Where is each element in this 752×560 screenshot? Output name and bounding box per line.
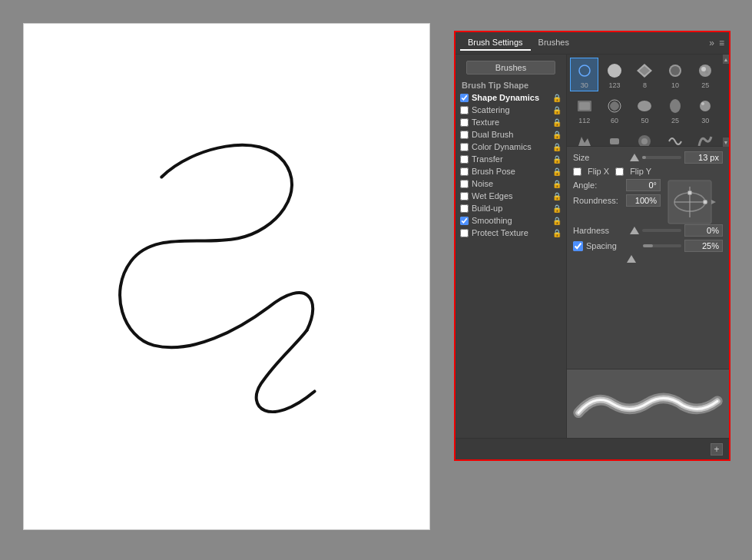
spacing-checkbox[interactable] [573,241,583,251]
svg-point-24 [703,200,707,204]
brush-tip-shape-11 [604,131,625,147]
roundness-value[interactable]: 100% [626,194,661,207]
size-slider-track[interactable] [642,156,681,159]
hardness-slider-track[interactable] [642,229,681,232]
brush-tip-item-12[interactable]: 100 [631,128,659,147]
wet-edges-checkbox[interactable] [460,192,469,200]
protect-texture-checkbox[interactable] [460,229,469,237]
sidebar-item-smoothing[interactable]: Smoothing 🔒 [456,214,566,227]
sidebar-item-wet-edges[interactable]: Wet Edges 🔒 [456,190,566,202]
brush-tip-shape-13 [664,131,686,147]
brush-tip-item-3[interactable]: 10 [661,58,689,91]
svg-point-13 [670,99,681,113]
brush-tip-label-5: 112 [578,117,590,124]
flip-y-label: Flip Y [630,167,651,176]
flip-y-checkbox[interactable] [615,167,624,176]
flip-x-checkbox[interactable] [573,167,581,176]
panel-collapse-icon[interactable]: » [709,38,714,48]
smoothing-checkbox[interactable] [460,217,469,225]
texture-checkbox[interactable] [460,118,469,127]
sidebar-label-scattering: Scattering [472,105,510,114]
brush-tip-item-2[interactable]: 8 [631,58,659,91]
noise-checkbox[interactable] [460,180,469,188]
angle-row: Angle: 0° [573,179,661,191]
sidebar-label-dual-brush: Dual Brush [472,130,513,139]
lock-icon-color-dynamics: 🔒 [552,143,562,151]
hardness-slider-handle[interactable] [630,227,639,234]
tab-brush-settings[interactable]: Brush Settings [460,35,531,51]
spacing-handle-row [573,255,723,263]
scroll-up-btn[interactable]: ▲ [723,55,729,64]
sidebar-item-protect-texture[interactable]: Protect Texture 🔒 [456,227,566,239]
brush-tip-item-9[interactable]: 30 [691,93,720,127]
size-row: Size 13 px [573,151,723,164]
sidebar-item-texture[interactable]: Texture 🔒 [456,116,566,128]
svg-point-15 [701,102,704,105]
sidebar-label-protect-texture: Protect Texture [472,228,528,237]
brush-grid-scrollbar[interactable]: ▲ ▼ [723,55,729,147]
brush-tip-label-4: 25 [701,81,709,89]
shape-dynamics-checkbox[interactable] [460,94,469,102]
spacing-slider-track[interactable] [643,244,681,247]
roundness-row: Roundness: 100% [573,194,661,207]
angle-label: Angle: [573,181,623,190]
transfer-checkbox[interactable] [460,155,469,164]
brush-tip-item-6[interactable]: 60 [600,93,628,127]
brush-tip-label-6: 60 [611,117,618,124]
spacing-value[interactable]: 25% [684,240,723,252]
brush-tip-item-13[interactable]: 127 [661,128,689,147]
brush-tip-shape-1 [604,60,625,81]
build-up-checkbox[interactable] [460,204,469,213]
brush-tip-item-10[interactable]: .50 [570,128,598,147]
sidebar-label-shape-dynamics: Shape Dynamics [472,93,539,102]
color-dynamics-checkbox[interactable] [460,143,469,151]
panel-menu-icon[interactable]: ≡ [719,38,724,48]
brush-tip-shape-7 [634,95,655,117]
brush-tip-item-1[interactable]: 123 [600,58,628,91]
brush-tip-item-5[interactable]: 112 [570,93,598,127]
dual-brush-checkbox[interactable] [460,131,469,139]
brush-tip-item-4[interactable]: 25 [691,58,720,91]
brush-tip-shape-12 [634,131,655,147]
lock-icon-dual-brush: 🔒 [552,131,562,139]
spacing-slider-handle[interactable] [627,255,636,263]
brushes-button[interactable]: Brushes [466,61,555,75]
svg-point-12 [638,101,651,111]
tab-brushes[interactable]: Brushes [531,35,577,51]
size-value[interactable]: 13 px [684,151,723,164]
hardness-value[interactable]: 0% [684,224,723,237]
roundness-label: Roundness: [573,196,623,205]
brush-tip-shape-4 [694,60,716,81]
brush-tip-item-7[interactable]: 50 [631,93,659,127]
sidebar-item-build-up[interactable]: Build-up 🔒 [456,202,566,214]
panel-left-sidebar: Brushes Brush Tip Shape Shape Dynamics 🔒… [456,55,567,438]
brush-tip-item-0[interactable]: 30 [570,58,598,91]
sidebar-item-noise[interactable]: Noise 🔒 [456,177,566,190]
angle-value[interactable]: 0° [626,179,661,191]
lock-icon-smoothing: 🔒 [552,217,562,225]
spacing-row: Spacing 25% [573,240,723,252]
scroll-down-btn[interactable]: ▼ [723,138,729,147]
lock-icon-scattering: 🔒 [552,106,562,114]
panel-header: Brush Settings Brushes » ≡ [456,32,729,55]
angle-wheel[interactable] [667,179,713,221]
sidebar-item-shape-dynamics[interactable]: Shape Dynamics 🔒 [456,91,566,104]
brush-tip-item-8[interactable]: 25 [661,93,689,127]
brush-pose-checkbox[interactable] [460,167,469,176]
panel-header-icons: » ≡ [709,38,724,48]
sidebar-item-color-dynamics[interactable]: Color Dynamics 🔒 [456,141,566,153]
sidebar-item-dual-brush[interactable]: Dual Brush 🔒 [456,128,566,141]
sidebar-item-brush-pose[interactable]: Brush Pose 🔒 [456,165,566,177]
sidebar-item-transfer[interactable]: Transfer 🔒 [456,153,566,165]
lock-icon-shape-dynamics: 🔒 [552,94,562,102]
brush-tip-item-11[interactable]: 60 [600,128,628,147]
panel-body: Brushes Brush Tip Shape Shape Dynamics 🔒… [456,55,729,438]
canvas-area[interactable] [23,23,430,530]
properties-area: Size 13 px Flip X Flip Y [567,147,729,369]
svg-marker-25 [711,200,716,204]
new-brush-button[interactable]: + [711,443,723,456]
scattering-checkbox[interactable] [460,106,469,114]
brush-tip-item-14[interactable]: 284 [691,128,720,147]
size-slider-handle[interactable] [630,154,639,161]
sidebar-item-scattering[interactable]: Scattering 🔒 [456,104,566,116]
